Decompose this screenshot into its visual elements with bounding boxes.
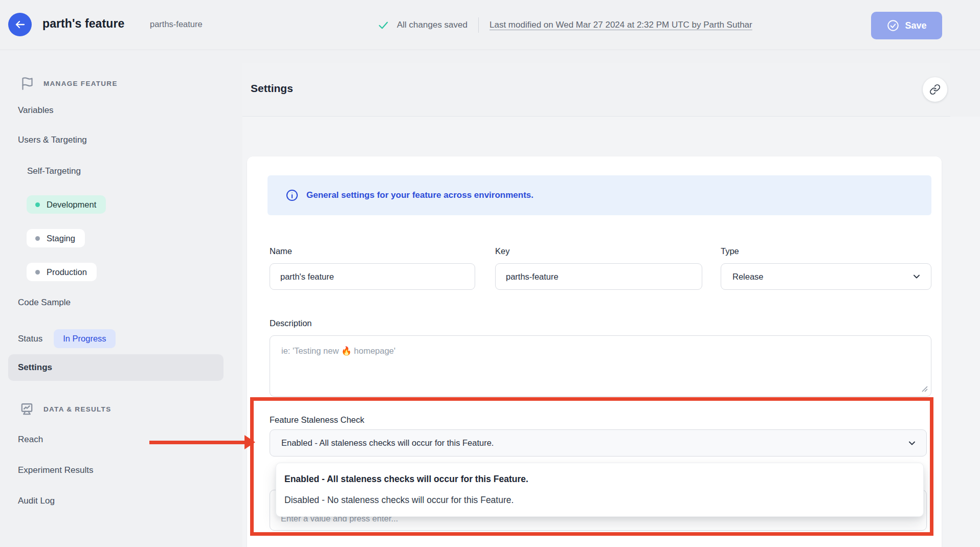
sidebar-item-settings[interactable]: Settings xyxy=(8,354,224,381)
presentation-chart-icon xyxy=(19,402,34,417)
settings-card: General settings for your feature across… xyxy=(247,156,942,547)
staleness-label: Feature Staleness Check xyxy=(270,415,364,425)
env-development-label: Development xyxy=(47,200,96,210)
settings-panel-header: Settings xyxy=(242,63,950,117)
save-button[interactable]: Save xyxy=(871,12,942,39)
save-button-label: Save xyxy=(905,20,926,31)
type-select-value: Release xyxy=(732,272,764,282)
saved-status: All changes saved xyxy=(397,20,467,30)
staleness-option-enabled[interactable]: Enabled - All staleness checks will occu… xyxy=(276,474,923,485)
env-dot-icon xyxy=(35,270,40,275)
chevron-down-icon xyxy=(907,438,917,448)
manage-feature-section: MANAGE FEATURE xyxy=(20,77,118,90)
status-row: Status In Progress xyxy=(18,329,116,348)
description-label: Description xyxy=(270,318,312,328)
env-dot-icon xyxy=(35,236,40,241)
top-bar: parth's feature parths-feature All chang… xyxy=(0,0,980,50)
settings-panel-title: Settings xyxy=(251,82,293,95)
sidebar-settings-label: Settings xyxy=(18,362,52,373)
page-title: parth's feature xyxy=(42,17,124,31)
chevron-down-icon xyxy=(911,271,922,282)
sidebar-env-production[interactable]: Production xyxy=(27,263,97,281)
last-modified-link[interactable]: Last modified on Wed Mar 27 2024 at 2:32… xyxy=(489,20,752,30)
sidebar-env-staging[interactable]: Staging xyxy=(27,229,85,247)
staleness-option-disabled[interactable]: Disabled - No staleness checks will occu… xyxy=(276,495,923,506)
sidebar-env-development[interactable]: Development xyxy=(27,195,106,214)
env-production-label: Production xyxy=(47,267,87,277)
key-label: Key xyxy=(495,246,509,256)
description-textarea[interactable] xyxy=(270,335,931,397)
check-icon xyxy=(377,19,389,31)
manage-feature-label: MANAGE FEATURE xyxy=(43,80,118,87)
staleness-dropdown-menu: Enabled - All staleness checks will occu… xyxy=(276,463,924,517)
staleness-select-value: Enabled - All staleness checks will occu… xyxy=(281,438,494,448)
copy-link-button[interactable] xyxy=(923,77,947,102)
header-divider xyxy=(478,17,479,33)
sidebar: MANAGE FEATURE Variables Users & Targeti… xyxy=(0,50,242,547)
status-label: Status xyxy=(18,334,42,344)
info-icon xyxy=(285,189,299,202)
data-results-section: DATA & RESULTS xyxy=(19,402,111,417)
sidebar-item-users-targeting[interactable]: Users & Targeting xyxy=(18,135,87,145)
data-results-label: DATA & RESULTS xyxy=(43,405,111,413)
sidebar-item-code-sample[interactable]: Code Sample xyxy=(18,298,71,308)
feature-key-subtitle: parths-feature xyxy=(150,19,203,29)
link-icon xyxy=(929,84,941,95)
sidebar-item-self-targeting[interactable]: Self-Targeting xyxy=(27,166,81,176)
circle-check-icon xyxy=(886,19,900,32)
name-input[interactable] xyxy=(270,263,475,290)
key-input[interactable] xyxy=(495,263,702,290)
info-banner-text: General settings for your feature across… xyxy=(306,190,533,200)
type-select[interactable]: Release xyxy=(721,263,931,290)
status-badge: In Progress xyxy=(54,329,115,348)
env-staging-label: Staging xyxy=(47,234,75,243)
sidebar-item-experiment-results[interactable]: Experiment Results xyxy=(18,465,93,475)
sidebar-item-reach[interactable]: Reach xyxy=(18,435,43,445)
sidebar-item-variables[interactable]: Variables xyxy=(18,105,54,116)
env-dot-icon xyxy=(35,202,40,207)
type-label: Type xyxy=(721,246,739,256)
info-banner: General settings for your feature across… xyxy=(268,175,931,215)
staleness-select[interactable]: Enabled - All staleness checks will occu… xyxy=(270,429,927,457)
name-label: Name xyxy=(270,246,292,256)
back-button[interactable] xyxy=(8,13,32,36)
flag-icon xyxy=(20,77,34,90)
arrow-left-icon xyxy=(14,18,26,31)
sidebar-item-audit-log[interactable]: Audit Log xyxy=(18,496,55,506)
